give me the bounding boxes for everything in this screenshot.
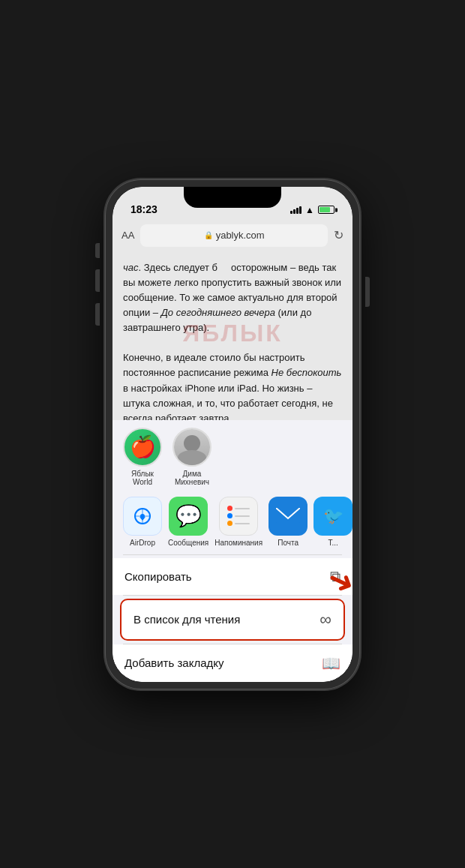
article-content: ЯБЛЫК час. Здесь следует босторожным – в… (112, 253, 352, 420)
url-text: yablyk.com (216, 230, 265, 241)
person-name-yablyk: ЯблыкWorld (131, 470, 154, 486)
person-item-yablyk[interactable]: 🍎 ЯблыкWorld (123, 428, 162, 486)
app-item-reminders[interactable]: Напоминания (214, 497, 262, 547)
messages-icon: 💬 (169, 497, 208, 536)
wifi-icon: ▲ (305, 205, 314, 215)
readinglist-icon: ∞ (320, 610, 332, 629)
tweetbot-icon: 🐦 (314, 497, 352, 536)
mail-label: Почта (278, 539, 298, 547)
app-item-tweetbot[interactable]: 🐦 T... (314, 497, 352, 547)
bookmark-icon: 📖 (322, 654, 340, 672)
yablyk-icon: 🍎 (130, 434, 156, 459)
people-row: 🍎 ЯблыкWorld ДимаМихневич (112, 420, 352, 491)
battery-icon (318, 206, 334, 214)
notch (184, 187, 281, 208)
apps-row: AirDrop 💬 Сообщения (112, 491, 352, 554)
volume-down-button[interactable] (95, 303, 100, 326)
volume-up-button[interactable] (95, 269, 100, 292)
action-copy[interactable]: Скопировать ⧉ (112, 558, 352, 595)
bookmark-label: Добавить закладку (124, 656, 224, 669)
reminders-icon (219, 497, 258, 536)
share-sheet: 🍎 ЯблыкWorld ДимаМихневич (112, 420, 352, 682)
airdrop-icon (123, 497, 162, 536)
article-text: час. Здесь следует босторожным – ведь та… (112, 253, 352, 420)
divider-1 (123, 554, 342, 555)
readinglist-label: В список для чтения (134, 613, 240, 626)
power-button[interactable] (365, 277, 370, 307)
avatar-yablyk: 🍎 (123, 428, 162, 467)
copy-icon: ⧉ (330, 568, 340, 585)
phone-frame: 18:23 ▲ AA 🔒 (105, 179, 360, 689)
status-icons: ▲ (290, 205, 334, 215)
mute-button[interactable] (95, 243, 100, 258)
screen: 18:23 ▲ AA 🔒 (112, 187, 352, 682)
tweetbot-label: T... (328, 539, 338, 547)
reminders-label: Напоминания (214, 539, 262, 547)
person-name-dima: ДимаМихневич (175, 470, 209, 486)
lock-icon: 🔒 (204, 231, 213, 239)
app-item-airdrop[interactable]: AirDrop (123, 497, 162, 547)
signal-icon (290, 206, 302, 214)
airdrop-label: AirDrop (130, 539, 155, 547)
browser-bar: AA 🔒 yablyk.com ↻ (112, 220, 352, 253)
mail-icon (268, 497, 308, 536)
person-item-dima[interactable]: ДимаМихневич (172, 428, 212, 486)
status-time: 18:23 (130, 203, 158, 215)
action-bookmark[interactable]: Добавить закладку 📖 (112, 644, 352, 682)
avatar-dima (172, 428, 212, 467)
divider-2 (123, 595, 342, 596)
aa-button[interactable]: AA (122, 230, 134, 241)
app-item-messages[interactable]: 💬 Сообщения (168, 497, 208, 547)
svg-point-1 (140, 514, 145, 518)
action-readinglist[interactable]: В список для чтения ∞ ➜ (120, 599, 345, 641)
status-bar: 18:23 ▲ (112, 187, 352, 220)
refresh-button[interactable]: ↻ (334, 228, 344, 242)
app-item-mail[interactable]: Почта (268, 497, 308, 547)
url-bar[interactable]: 🔒 yablyk.com (140, 224, 328, 247)
copy-label: Скопировать (124, 570, 192, 583)
messages-label: Сообщения (168, 539, 208, 547)
